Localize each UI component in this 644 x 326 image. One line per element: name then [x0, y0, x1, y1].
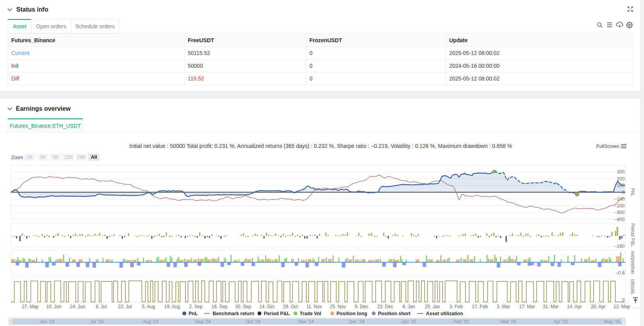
svg-text:Feb '25: Feb '25 — [454, 319, 469, 324]
svg-text:Position long: Position long — [337, 311, 367, 316]
svg-text:Period P&L: Period P&L — [264, 311, 290, 316]
svg-text:28. Oct: 28. Oct — [283, 304, 298, 309]
svg-text:Apr '25: Apr '25 — [553, 319, 568, 324]
svg-text:PnL: PnL — [630, 188, 635, 197]
svg-text:3. Mar: 3. Mar — [497, 304, 510, 309]
svg-text:Dec '24: Dec '24 — [349, 319, 365, 324]
svg-text:−160: −160 — [614, 244, 625, 249]
svg-text:31. Mar: 31. Mar — [543, 304, 559, 309]
svg-text:−400: −400 — [614, 217, 625, 222]
svg-text:16. Sep: 16. Sep — [211, 304, 228, 309]
svg-text:Aug '24: Aug '24 — [143, 319, 159, 324]
svg-text:−300: −300 — [614, 210, 625, 215]
svg-text:22. Jul: 22. Jul — [118, 304, 132, 309]
svg-text:10. Jun: 10. Jun — [46, 304, 61, 309]
svg-text:−100: −100 — [614, 196, 625, 202]
svg-text:Jun '24: Jun '24 — [39, 319, 55, 324]
svg-text:17. Feb: 17. Feb — [472, 304, 488, 309]
svg-text:14. Apr: 14. Apr — [567, 304, 582, 309]
svg-text:Trade Vol: Trade Vol — [300, 311, 321, 316]
svg-text:5. Aug: 5. Aug — [142, 304, 155, 309]
svg-text:Sep '24: Sep '24 — [195, 319, 211, 324]
svg-text:8. Jul: 8. Jul — [96, 304, 107, 309]
svg-text:12. May: 12. May — [613, 304, 630, 309]
svg-text:6. Jan: 6. Jan — [402, 304, 415, 309]
svg-text:20. Jan: 20. Jan — [425, 304, 440, 309]
svg-text:Oct '24: Oct '24 — [246, 319, 261, 324]
svg-text:2. Sep: 2. Sep — [189, 304, 203, 309]
svg-text:27. May: 27. May — [22, 304, 39, 309]
svg-text:Mar '25: Mar '25 — [501, 319, 517, 324]
svg-text:Period P&L: Period P&L — [630, 223, 635, 247]
svg-text:3. Feb: 3. Feb — [450, 304, 463, 309]
svg-text:PnL: PnL — [189, 311, 198, 316]
svg-text:Jan '25: Jan '25 — [401, 319, 416, 324]
svg-text:30. Sep: 30. Sep — [235, 304, 251, 309]
svg-text:Nov '24: Nov '24 — [298, 319, 314, 324]
svg-text:Position short: Position short — [378, 311, 411, 316]
svg-text:Jul '24: Jul '24 — [90, 319, 104, 324]
svg-text:9. Dec: 9. Dec — [355, 304, 368, 309]
svg-text:vol/position: vol/position — [630, 251, 635, 274]
svg-text:−200: −200 — [614, 203, 625, 209]
svg-text:0: 0 — [622, 190, 625, 195]
svg-text:19. Aug: 19. Aug — [164, 304, 180, 309]
svg-text:200: 200 — [617, 176, 625, 182]
svg-text:11. Nov: 11. Nov — [306, 304, 322, 309]
svg-text:17. Mar: 17. Mar — [519, 304, 535, 309]
svg-text:28. Apr: 28. Apr — [591, 304, 605, 309]
svg-text:Asset utilization: Asset utilization — [426, 311, 463, 316]
svg-text:−0.6: −0.6 — [615, 270, 625, 276]
svg-text:25. Nov: 25. Nov — [330, 304, 346, 309]
svg-text:14. Oct: 14. Oct — [259, 304, 275, 309]
svg-text:300: 300 — [617, 169, 625, 175]
svg-text:May '25: May '25 — [604, 319, 620, 324]
svg-text:23. Dec: 23. Dec — [377, 304, 393, 309]
svg-text:Benchmark return: Benchmark return — [213, 311, 254, 316]
svg-text:24. Jun: 24. Jun — [70, 304, 85, 309]
svg-text:0: 0 — [622, 297, 625, 303]
